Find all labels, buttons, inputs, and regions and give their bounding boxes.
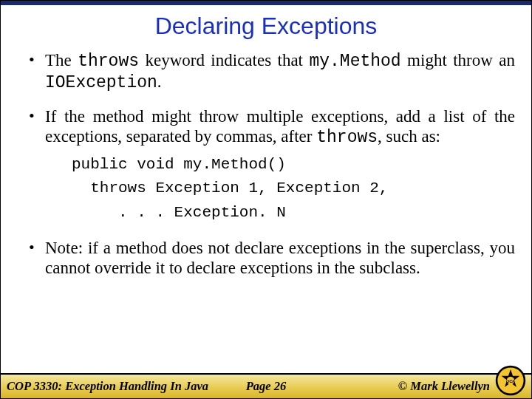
footer-page: Page 26 <box>246 379 287 393</box>
code-block: public void my.Method() throws Exception… <box>72 153 515 225</box>
code-inline: my.Method <box>309 52 400 71</box>
text: The <box>45 51 78 69</box>
svg-text:UCF: UCF <box>506 379 515 383</box>
bullet-3: Note: if a method does not declare excep… <box>29 238 515 278</box>
text: If the method might throw multiple excep… <box>45 107 515 146</box>
slide-footer: COP 3330: Exception Handling In Java Pag… <box>1 373 531 398</box>
text: . <box>157 72 162 91</box>
bullet-1: The throws keyword indicates that my.Met… <box>29 50 515 93</box>
code-inline: IOException <box>45 73 157 92</box>
text: Note: if a method does not declare excep… <box>45 239 515 277</box>
code-line: . . . Exception. N <box>72 204 286 221</box>
text: , such as: <box>378 127 440 146</box>
ucf-logo-icon: UCF <box>494 364 527 397</box>
text: might throw an <box>401 51 515 69</box>
code-inline: throws <box>78 52 139 71</box>
slide-body: The throws keyword indicates that my.Met… <box>1 50 531 373</box>
slide: Declaring Exceptions The throws keyword … <box>0 0 532 399</box>
text: keyword indicates that <box>139 51 309 69</box>
code-inline: throws <box>316 128 378 147</box>
slide-title: Declaring Exceptions <box>1 5 531 50</box>
code-line: public void my.Method() <box>72 156 286 173</box>
bullet-list: The throws keyword indicates that my.Met… <box>29 50 515 278</box>
bullet-2: If the method might throw multiple excep… <box>29 106 515 225</box>
code-line: throws Exception 1, Exception 2, <box>72 180 388 197</box>
